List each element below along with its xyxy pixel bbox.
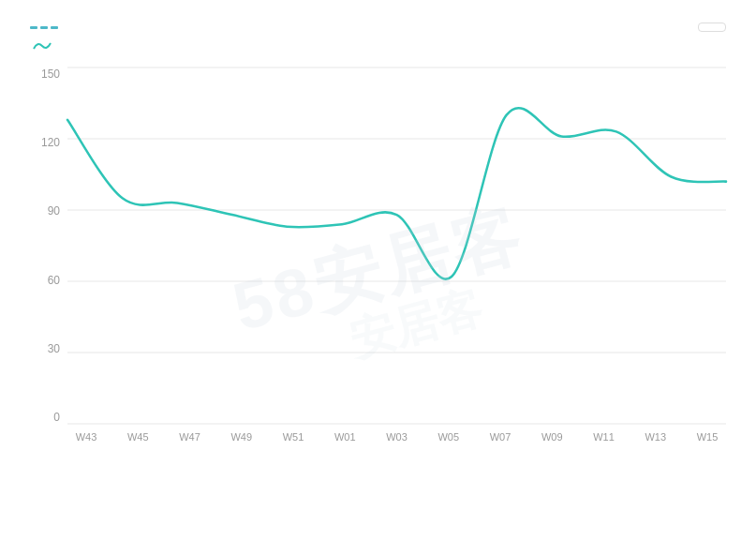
y-label-30: 30 xyxy=(30,342,67,355)
page-container: 0 30 60 90 120 150 W43W45W47W49W51W01W03… xyxy=(0,0,756,541)
dash-3 xyxy=(51,26,58,29)
x-label-W15: W15 xyxy=(689,431,726,443)
y-label-60: 60 xyxy=(30,274,67,287)
x-label-W03: W03 xyxy=(378,431,416,443)
y-axis: 0 30 60 90 120 150 xyxy=(30,68,67,424)
y-label-0: 0 xyxy=(30,411,67,424)
y-label-120: 120 xyxy=(30,136,67,149)
legend-wave-icon xyxy=(32,39,52,53)
x-label-W51: W51 xyxy=(274,431,312,443)
y-label-150: 150 xyxy=(30,68,67,81)
x-label-W07: W07 xyxy=(482,431,519,443)
grid-and-line-area xyxy=(67,68,726,424)
chart-area: 0 30 60 90 120 150 W43W45W47W49W51W01W03… xyxy=(30,68,726,461)
chart-svg xyxy=(67,68,726,424)
dash-1 xyxy=(30,26,37,29)
x-label-W01: W01 xyxy=(326,431,363,443)
x-axis: W43W45W47W49W51W01W03W05W07W09W11W13W15 xyxy=(67,424,726,461)
legend-dashes xyxy=(30,26,58,29)
x-label-W05: W05 xyxy=(430,431,467,443)
title-area xyxy=(30,26,67,29)
y-label-90: 90 xyxy=(30,204,67,218)
x-label-W45: W45 xyxy=(119,431,156,443)
chart-header xyxy=(30,23,726,32)
x-label-W13: W13 xyxy=(637,431,674,443)
x-label-W49: W49 xyxy=(223,431,260,443)
x-label-W11: W11 xyxy=(586,431,623,443)
x-label-W43: W43 xyxy=(67,431,105,443)
x-label-W47: W47 xyxy=(171,431,209,443)
dash-2 xyxy=(40,26,48,29)
legend-row xyxy=(32,39,726,53)
x-label-W09: W09 xyxy=(533,431,571,443)
filter-button[interactable] xyxy=(698,23,726,32)
